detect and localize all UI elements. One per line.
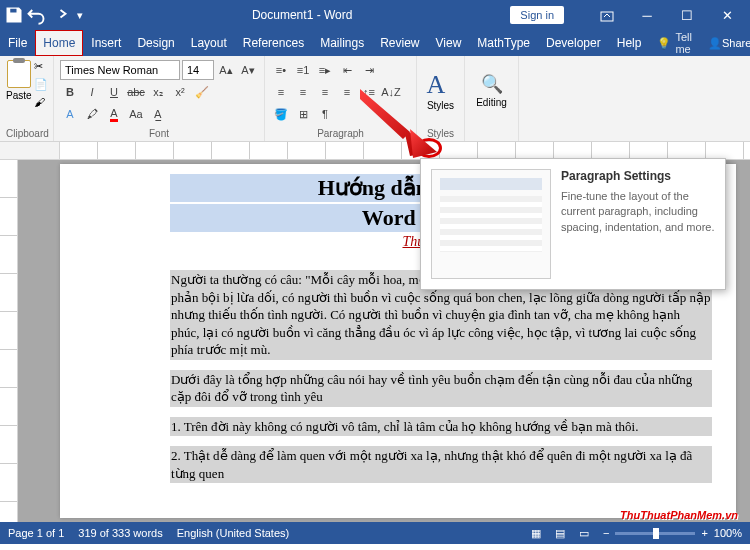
paragraph-2: Dưới đây là tổng hợp những câu nói hay v…: [170, 370, 712, 407]
tell-me-label: Tell me: [675, 31, 692, 55]
share-label: Share: [722, 37, 750, 49]
paragraph-settings-tooltip: Paragraph Settings Fine-tune the layout …: [420, 158, 726, 290]
close-icon[interactable]: ✕: [710, 2, 744, 28]
page-indicator[interactable]: Page 1 of 1: [8, 527, 64, 539]
tab-mailings[interactable]: Mailings: [312, 30, 372, 56]
superscript-button[interactable]: x²: [170, 82, 190, 102]
group-clipboard: Paste ✂ 📄 🖌 Clipboard: [0, 56, 54, 141]
status-bar: Page 1 of 1 319 of 333 words English (Un…: [0, 522, 750, 544]
tooltip-description: Fine-tune the layout of the current para…: [561, 189, 715, 235]
align-center-icon[interactable]: ≡: [293, 82, 313, 102]
sign-in-button[interactable]: Sign in: [510, 6, 564, 24]
zoom-value[interactable]: 100%: [714, 527, 742, 539]
view-web-icon[interactable]: ▭: [579, 527, 589, 540]
clear-formatting-icon[interactable]: 🧹: [192, 82, 212, 102]
minimize-icon[interactable]: ─: [630, 2, 664, 28]
strikethrough-button[interactable]: abc: [126, 82, 146, 102]
editing-btn-label: Editing: [476, 97, 507, 108]
paste-label: Paste: [6, 90, 32, 101]
justify-icon[interactable]: ≡: [337, 82, 357, 102]
shrink-font-icon[interactable]: A▾: [238, 60, 258, 80]
tab-developer[interactable]: Developer: [538, 30, 609, 56]
shading-icon[interactable]: 🪣: [271, 104, 291, 124]
tab-mathtype[interactable]: MathType: [469, 30, 538, 56]
tab-home[interactable]: Home: [35, 30, 83, 56]
copy-icon[interactable]: 📄: [34, 78, 50, 94]
font-color-icon[interactable]: A: [104, 104, 124, 124]
tooltip-title: Paragraph Settings: [561, 169, 715, 183]
zoom-slider[interactable]: [615, 532, 695, 535]
group-paragraph: ≡• ≡1 ≡▸ ⇤ ⇥ ≡ ≡ ≡ ≡ ↕≡ A↓Z 🪣 ⊞ ¶ Paragr…: [265, 56, 417, 141]
paragraph-label: Paragraph: [271, 126, 410, 139]
group-editing: 🔍 Editing: [465, 56, 519, 141]
italic-button[interactable]: I: [82, 82, 102, 102]
document-title: Document1 - Word: [94, 8, 510, 22]
tab-review[interactable]: Review: [372, 30, 427, 56]
tab-design[interactable]: Design: [129, 30, 182, 56]
ribbon-tabs: File Home Insert Design Layout Reference…: [0, 30, 750, 56]
vertical-ruler[interactable]: [0, 160, 18, 522]
font-size-combo[interactable]: 14: [182, 60, 214, 80]
redo-icon[interactable]: [48, 5, 68, 25]
tab-insert[interactable]: Insert: [83, 30, 129, 56]
bold-button[interactable]: B: [60, 82, 80, 102]
decrease-indent-icon[interactable]: ⇤: [337, 60, 357, 80]
show-marks-icon[interactable]: ¶: [315, 104, 335, 124]
highlight-icon[interactable]: 🖍: [82, 104, 102, 124]
underline-button[interactable]: U: [104, 82, 124, 102]
tab-file[interactable]: File: [0, 30, 35, 56]
view-print-icon[interactable]: ▦: [531, 527, 541, 540]
watermark: ThuThuatPhanMem.vn: [620, 503, 738, 524]
text-effects-icon[interactable]: A: [60, 104, 80, 124]
paragraph-3: 1. Trên đời này không có người vô tâm, c…: [170, 417, 712, 437]
title-bar: ▾ Document1 - Word Sign in ─ ☐ ✕: [0, 0, 750, 30]
styles-btn-label: Styles: [427, 100, 454, 111]
align-right-icon[interactable]: ≡: [315, 82, 335, 102]
line-spacing-icon[interactable]: ↕≡: [359, 82, 379, 102]
change-case-icon[interactable]: Aa: [126, 104, 146, 124]
numbering-icon[interactable]: ≡1: [293, 60, 313, 80]
paragraph-4: 2. Thật dễ dàng để làm quen với một ngườ…: [170, 446, 712, 483]
font-name-combo[interactable]: Times New Roman: [60, 60, 180, 80]
zoom-out-icon[interactable]: −: [603, 527, 609, 539]
paste-icon: [7, 60, 31, 88]
bullets-icon[interactable]: ≡•: [271, 60, 291, 80]
subscript-button[interactable]: x₂: [148, 82, 168, 102]
tab-view[interactable]: View: [428, 30, 470, 56]
maximize-icon[interactable]: ☐: [670, 2, 704, 28]
ribbon: Paste ✂ 📄 🖌 Clipboard Times New Roman 14…: [0, 56, 750, 142]
ribbon-options-icon[interactable]: [590, 2, 624, 28]
font-label: Font: [60, 126, 258, 139]
character-border-icon[interactable]: A̲: [148, 104, 168, 124]
save-icon[interactable]: [4, 5, 24, 25]
language-indicator[interactable]: English (United States): [177, 527, 290, 539]
tooltip-preview-image: [431, 169, 551, 279]
paste-button[interactable]: Paste: [6, 60, 32, 120]
zoom-in-icon[interactable]: +: [701, 527, 707, 539]
qat-dropdown-icon[interactable]: ▾: [70, 5, 90, 25]
window-controls: ─ ☐ ✕: [584, 2, 750, 28]
tell-me[interactable]: 💡Tell me: [649, 30, 700, 56]
styles-group-label: Styles: [423, 126, 458, 139]
styles-icon[interactable]: A: [427, 70, 455, 98]
view-read-icon[interactable]: ▤: [555, 527, 565, 540]
align-left-icon[interactable]: ≡: [271, 82, 291, 102]
editing-icon[interactable]: 🔍: [481, 73, 503, 95]
format-painter-icon[interactable]: 🖌: [34, 96, 50, 112]
multilevel-icon[interactable]: ≡▸: [315, 60, 335, 80]
zoom-control[interactable]: − + 100%: [603, 527, 742, 539]
share-button[interactable]: 👤 Share: [700, 30, 750, 56]
sort-icon[interactable]: A↓Z: [381, 82, 401, 102]
increase-indent-icon[interactable]: ⇥: [359, 60, 379, 80]
word-count[interactable]: 319 of 333 words: [78, 527, 162, 539]
tab-help[interactable]: Help: [609, 30, 650, 56]
undo-icon[interactable]: [26, 5, 46, 25]
grow-font-icon[interactable]: A▴: [216, 60, 236, 80]
borders-icon[interactable]: ⊞: [293, 104, 313, 124]
cut-icon[interactable]: ✂: [34, 60, 50, 76]
clipboard-label: Clipboard: [6, 126, 47, 139]
tab-layout[interactable]: Layout: [183, 30, 235, 56]
group-styles: A Styles Styles: [417, 56, 465, 141]
group-font: Times New Roman 14 A▴ A▾ B I U abc x₂ x²…: [54, 56, 265, 141]
tab-references[interactable]: References: [235, 30, 312, 56]
